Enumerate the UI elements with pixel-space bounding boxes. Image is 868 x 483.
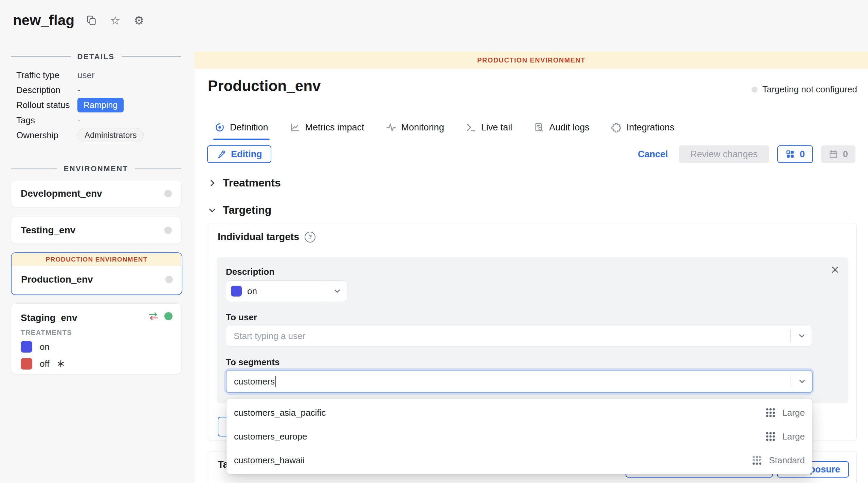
targeting-section-toggle[interactable]: Targeting: [208, 204, 271, 216]
screen: new_flag ☆ ⚙ DETAILS Traffic type user D…: [0, 0, 868, 483]
large-segment-icon: [765, 408, 776, 418]
to-user-combobox: [226, 325, 812, 347]
tab-label: Definition: [230, 122, 268, 133]
environment-title: Production_env: [208, 77, 321, 94]
to-user-label: To user: [226, 312, 257, 323]
review-changes-button[interactable]: Review changes: [679, 145, 769, 163]
env-name: Testing_env: [21, 225, 75, 236]
env-name: Production_env: [21, 274, 93, 285]
segment-size: Large: [782, 431, 805, 442]
detail-value: -: [77, 115, 80, 126]
detail-label: Ownership: [16, 130, 77, 141]
segment-name: customers_asia_pacific: [234, 408, 326, 418]
pencil-icon: [217, 149, 226, 159]
treatment-select[interactable]: on: [226, 280, 347, 302]
input-divider: [790, 329, 791, 342]
select-divider: [326, 285, 326, 298]
status-dot: [752, 87, 758, 93]
changes-counter-button[interactable]: 0: [777, 145, 813, 163]
segment-name: customers_europe: [234, 431, 307, 442]
input-divider: [791, 375, 791, 388]
env-card-staging[interactable]: Staging_env TREATMENTS on: [11, 303, 182, 374]
detail-label: Description: [16, 85, 77, 95]
individual-target-rule: Description on To user: [217, 257, 848, 403]
env-status-dot: [164, 227, 172, 234]
segment-option-hawaii[interactable]: customers_hawaii Stand: [227, 448, 812, 472]
tab-label: Monitoring: [401, 122, 444, 133]
to-segments-label: To segments: [226, 357, 279, 368]
detail-row-ownership: Ownership Administrators: [16, 128, 176, 142]
detail-row-rollout-status: Rollout status Ramping: [16, 98, 176, 112]
pulse-icon: [386, 122, 396, 132]
segment-size: Large: [782, 408, 805, 418]
env-card-testing[interactable]: Testing_env: [11, 217, 182, 244]
env-status-dot: [164, 190, 172, 197]
definition-icon: [215, 122, 225, 132]
environment-divider: ENVIRONMENT: [11, 164, 181, 173]
production-environment-banner: PRODUCTION ENVIRONMENT: [12, 253, 182, 266]
actions-row: Editing Cancel Review changes 0: [207, 145, 855, 163]
tab-monitoring[interactable]: Monitoring: [385, 115, 445, 140]
tab-label: Integrations: [627, 122, 674, 133]
tab-integrations[interactable]: Integrations: [611, 115, 675, 140]
environment-heading: ENVIRONMENT: [64, 164, 128, 173]
divider-line: [11, 168, 57, 169]
default-treatment-asterisk-icon: [57, 360, 65, 368]
ownership-chip[interactable]: Administrators: [77, 128, 144, 142]
segments-dropdown: customers_asia_pacific Large customers_e…: [227, 399, 812, 474]
calendar-icon: [829, 149, 838, 159]
treatment-label: on: [40, 342, 50, 352]
segment-name: customers_hawaii: [234, 455, 305, 466]
metrics-chart-icon: [290, 122, 300, 132]
env-name: Staging_env: [21, 312, 77, 323]
treatment-select-value: on: [247, 286, 257, 297]
editing-button[interactable]: Editing: [207, 145, 271, 163]
divider-line: [11, 56, 71, 57]
details-divider: DETAILS: [11, 52, 181, 61]
detail-row-description: Description -: [16, 83, 176, 97]
env-status-dot: [165, 276, 173, 283]
detail-value: -: [77, 85, 80, 95]
production-environment-banner-main: PRODUCTION ENVIRONMENT: [195, 52, 868, 69]
tab-bar: Definition Metrics impact Monitoring: [214, 115, 675, 140]
puzzle-icon: [611, 122, 621, 132]
treatment-row-off: off: [21, 357, 181, 371]
to-segments-input[interactable]: customers: [226, 370, 813, 393]
close-icon[interactable]: [831, 265, 839, 274]
cancel-link[interactable]: Cancel: [638, 149, 668, 160]
grid-icon: [785, 149, 795, 159]
divider-line: [122, 56, 181, 57]
tab-live-tail[interactable]: Live tail: [465, 115, 513, 140]
help-icon[interactable]: ?: [305, 232, 315, 243]
chevron-down-icon[interactable]: [333, 287, 342, 296]
targeting-status: Targeting not configured: [752, 84, 857, 95]
segment-option-europe[interactable]: customers_europe Large: [227, 425, 812, 448]
env-card-production[interactable]: PRODUCTION ENVIRONMENT Production_env: [11, 252, 182, 295]
chevron-down-icon[interactable]: [797, 332, 806, 340]
segment-option-asia-pacific[interactable]: customers_asia_pacific Large: [227, 401, 812, 425]
to-user-input[interactable]: [226, 325, 812, 346]
detail-row-traffic-type: Traffic type user: [16, 68, 176, 82]
segment-size: Standard: [769, 455, 805, 466]
detail-row-tags: Tags -: [16, 113, 176, 127]
targeting-section-label: Targeting: [223, 204, 271, 216]
status-text: Targeting not configured: [762, 84, 857, 95]
tab-definition[interactable]: Definition: [214, 115, 269, 140]
segments-query-text: customers: [234, 376, 275, 387]
tab-metrics-impact[interactable]: Metrics impact: [289, 115, 365, 140]
env-card-development[interactable]: Development_env: [11, 180, 182, 207]
tab-label: Metrics impact: [305, 122, 364, 133]
scheduled-counter-button[interactable]: 0: [821, 145, 855, 163]
terminal-icon: [466, 122, 476, 132]
treatments-section-toggle[interactable]: Treatments: [208, 177, 281, 189]
divider-line: [135, 168, 181, 169]
chevron-down-icon[interactable]: [798, 377, 807, 386]
description-label: Description: [226, 267, 274, 277]
swap-arrows-icon: [148, 312, 159, 321]
tab-audit-logs[interactable]: Audit logs: [533, 115, 590, 140]
env-status-dot-active: [164, 312, 173, 320]
treatment-color-off: [21, 358, 32, 370]
detail-label: Tags: [16, 115, 77, 126]
sidebar: DETAILS Traffic type user Description - …: [0, 0, 195, 483]
detail-label: Rollout status: [16, 100, 77, 110]
